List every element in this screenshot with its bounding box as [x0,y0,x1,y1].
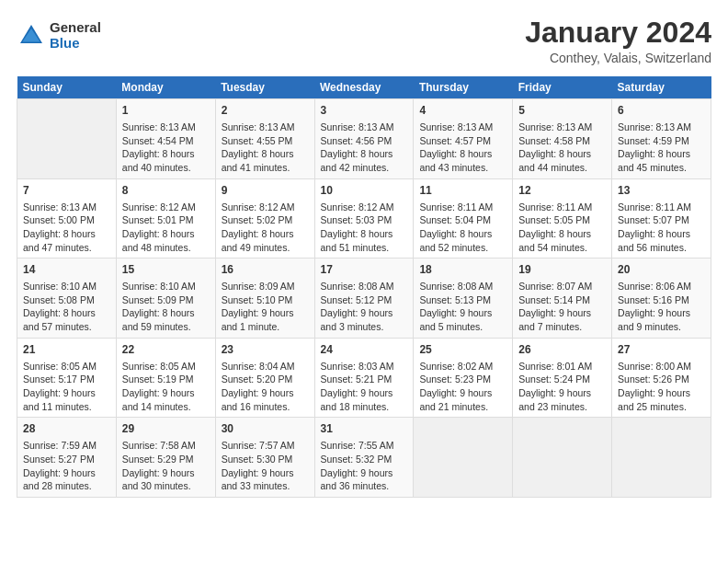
calendar-cell: 23Sunrise: 8:04 AMSunset: 5:20 PMDayligh… [215,338,314,418]
day-number: 14 [23,262,110,278]
day-number: 27 [618,342,705,358]
day-number: 2 [222,103,309,119]
calendar-cell: 9Sunrise: 8:12 AMSunset: 5:02 PMDaylight… [215,178,314,259]
title-block: January 2024 Conthey, Valais, Switzerlan… [525,17,711,65]
col-monday: Monday [116,76,215,99]
calendar-cell: 5Sunrise: 8:13 AMSunset: 4:58 PMDaylight… [513,99,612,179]
col-tuesday: Tuesday [215,76,314,99]
day-number: 5 [518,103,606,119]
day-number: 28 [23,421,110,437]
day-number: 13 [618,183,705,199]
col-thursday: Thursday [414,76,513,99]
day-number: 10 [321,183,408,199]
day-number: 4 [419,103,506,119]
calendar-week-0: 1Sunrise: 8:13 AMSunset: 4:54 PMDaylight… [17,99,711,179]
day-number: 26 [518,342,606,358]
calendar-cell [414,418,513,498]
calendar-cell: 24Sunrise: 8:03 AMSunset: 5:21 PMDayligh… [314,338,414,418]
col-friday: Friday [513,76,612,99]
logo: General Blue [17,20,101,51]
logo-text: General Blue [50,20,101,51]
day-number: 29 [122,421,210,437]
day-number: 30 [222,421,309,437]
col-sunday: Sunday [17,76,117,99]
calendar-cell: 8Sunrise: 8:12 AMSunset: 5:01 PMDaylight… [116,178,215,259]
day-number: 18 [419,262,506,278]
calendar-cell: 17Sunrise: 8:08 AMSunset: 5:12 PMDayligh… [314,259,414,339]
day-number: 23 [222,342,309,358]
calendar-cell: 25Sunrise: 8:02 AMSunset: 5:23 PMDayligh… [414,338,513,418]
header-row: Sunday Monday Tuesday Wednesday Thursday… [17,76,711,99]
calendar-cell: 31Sunrise: 7:55 AMSunset: 5:32 PMDayligh… [314,418,414,498]
calendar-cell: 21Sunrise: 8:05 AMSunset: 5:17 PMDayligh… [17,338,117,418]
calendar-cell: 18Sunrise: 8:08 AMSunset: 5:13 PMDayligh… [414,259,513,339]
day-number: 12 [518,183,606,199]
calendar-cell: 20Sunrise: 8:06 AMSunset: 5:16 PMDayligh… [612,259,711,339]
calendar-cell: 30Sunrise: 7:57 AMSunset: 5:30 PMDayligh… [215,418,314,498]
calendar-cell: 12Sunrise: 8:11 AMSunset: 5:05 PMDayligh… [513,178,612,259]
calendar-cell: 2Sunrise: 8:13 AMSunset: 4:55 PMDaylight… [215,99,314,179]
day-number: 19 [518,262,606,278]
logo-icon [17,21,46,51]
logo-blue-label: Blue [50,36,101,52]
day-number: 11 [419,183,506,199]
calendar-cell: 26Sunrise: 8:01 AMSunset: 5:24 PMDayligh… [513,338,612,418]
calendar-cell: 6Sunrise: 8:13 AMSunset: 4:59 PMDaylight… [612,99,711,179]
day-number: 1 [122,103,210,119]
day-number: 31 [321,421,408,437]
day-number: 3 [321,103,408,119]
calendar-week-3: 21Sunrise: 8:05 AMSunset: 5:17 PMDayligh… [17,338,711,418]
calendar-week-2: 14Sunrise: 8:10 AMSunset: 5:08 PMDayligh… [17,259,711,339]
calendar-week-1: 7Sunrise: 8:13 AMSunset: 5:00 PMDaylight… [17,178,711,259]
calendar-cell: 13Sunrise: 8:11 AMSunset: 5:07 PMDayligh… [612,178,711,259]
day-number: 24 [321,342,408,358]
col-saturday: Saturday [612,76,711,99]
calendar-cell: 10Sunrise: 8:12 AMSunset: 5:03 PMDayligh… [314,178,414,259]
calendar-cell: 3Sunrise: 8:13 AMSunset: 4:56 PMDaylight… [314,99,414,179]
calendar-cell: 14Sunrise: 8:10 AMSunset: 5:08 PMDayligh… [17,259,117,339]
location: Conthey, Valais, Switzerland [525,51,711,65]
calendar-week-4: 28Sunrise: 7:59 AMSunset: 5:27 PMDayligh… [17,418,711,498]
calendar-cell: 15Sunrise: 8:10 AMSunset: 5:09 PMDayligh… [116,259,215,339]
calendar-cell [513,418,612,498]
header: General Blue January 2024 Conthey, Valai… [17,17,711,65]
logo-general-label: General [50,20,101,36]
calendar-table: Sunday Monday Tuesday Wednesday Thursday… [17,76,711,498]
calendar-cell: 27Sunrise: 8:00 AMSunset: 5:26 PMDayligh… [612,338,711,418]
page-container: General Blue January 2024 Conthey, Valai… [0,0,728,507]
day-number: 22 [122,342,210,358]
calendar-cell: 11Sunrise: 8:11 AMSunset: 5:04 PMDayligh… [414,178,513,259]
col-wednesday: Wednesday [314,76,414,99]
day-number: 15 [122,262,210,278]
day-number: 21 [23,342,110,358]
calendar-cell [612,418,711,498]
calendar-cell: 29Sunrise: 7:58 AMSunset: 5:29 PMDayligh… [116,418,215,498]
day-number: 8 [122,183,210,199]
day-number: 20 [618,262,705,278]
day-number: 7 [23,183,110,199]
day-number: 25 [419,342,506,358]
calendar-cell: 7Sunrise: 8:13 AMSunset: 5:00 PMDaylight… [17,178,117,259]
day-number: 16 [222,262,309,278]
calendar-cell: 1Sunrise: 8:13 AMSunset: 4:54 PMDaylight… [116,99,215,179]
day-number: 9 [222,183,309,199]
calendar-cell: 22Sunrise: 8:05 AMSunset: 5:19 PMDayligh… [116,338,215,418]
calendar-cell: 16Sunrise: 8:09 AMSunset: 5:10 PMDayligh… [215,259,314,339]
month-title: January 2024 [525,17,711,49]
day-number: 17 [321,262,408,278]
calendar-cell: 28Sunrise: 7:59 AMSunset: 5:27 PMDayligh… [17,418,117,498]
calendar-cell: 4Sunrise: 8:13 AMSunset: 4:57 PMDaylight… [414,99,513,179]
calendar-cell: 19Sunrise: 8:07 AMSunset: 5:14 PMDayligh… [513,259,612,339]
day-number: 6 [618,103,705,119]
calendar-cell [17,99,117,179]
